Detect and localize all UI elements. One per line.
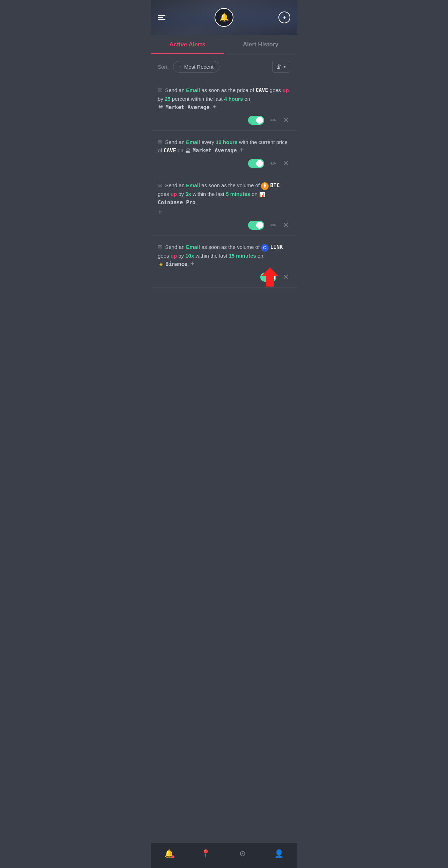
alert-2-delete-button[interactable]: ✕ — [283, 159, 289, 168]
alert-text-4: ✉ Send an Email as soon as the volume of… — [158, 243, 290, 268]
alert-3-exchange: Coinbase Pro — [158, 199, 195, 206]
app-header: 🔔 + — [151, 0, 297, 35]
alert-3-edit-button[interactable]: ✏ — [270, 221, 276, 229]
alert-1-exchange: Market Average — [165, 104, 209, 111]
sort-label: Sort: — [158, 64, 169, 70]
alert-card-1: ✉ Send an Email as soon as the price of … — [151, 79, 297, 131]
tab-alert-history[interactable]: Alert History — [224, 35, 297, 54]
alert-1-edit-button[interactable]: ✏ — [270, 116, 276, 124]
btc-coin-icon: ₿ — [261, 182, 269, 190]
alerts-list: ✉ Send an Email as soon as the price of … — [151, 76, 297, 843]
alert-4-email: Email — [186, 244, 200, 250]
menu-line-3 — [158, 19, 165, 20]
alert-4-direction: up — [171, 253, 177, 259]
alert-1-toggle[interactable] — [248, 116, 264, 125]
alert-3-add-exchange[interactable]: + — [158, 207, 162, 216]
profile-nav-icon: 👤 — [274, 849, 284, 858]
alert-4-amount: 10x — [185, 253, 194, 259]
email-icon-2: ✉ — [158, 139, 162, 145]
alert-3-delete-button[interactable]: ✕ — [283, 221, 289, 230]
alert-4-coin: LINK — [270, 244, 283, 250]
email-icon-4: ✉ — [158, 244, 162, 250]
alert-2-add-exchange[interactable]: + — [240, 146, 244, 154]
alert-card-3: ✉ Send an Email as soon as the volume of… — [151, 174, 297, 236]
nav-map[interactable]: 📍 — [187, 846, 224, 861]
tab-bar: Active Alerts Alert History — [151, 35, 297, 54]
market-avg-icon-2: 🏛 — [185, 148, 191, 154]
alert-text-3: ✉ Send an Email as soon as the volume of… — [158, 181, 290, 207]
alert-1-coin: CAVE — [256, 87, 268, 93]
sort-dropdown[interactable]: ↑ Most Recent — [173, 61, 219, 73]
alert-1-email: Email — [186, 87, 200, 93]
alert-2-toggle[interactable] — [248, 159, 264, 168]
nav-profile[interactable]: 👤 — [261, 846, 297, 861]
sort-current-value: Most Recent — [184, 64, 214, 70]
email-icon-3: ✉ — [158, 182, 162, 188]
alert-1-time: 4 hours — [224, 96, 243, 102]
alert-4-controls: ✕ — [158, 268, 290, 284]
alert-3-time: 5 minutes — [226, 191, 250, 197]
alert-2-coin: CAVE — [164, 147, 176, 154]
sort-up-arrow-icon: ↑ — [179, 64, 181, 69]
alert-2-controls: ✏ ✕ — [158, 155, 290, 170]
nav-alerts[interactable]: 🔔 — [151, 846, 187, 861]
alert-2-edit-button[interactable]: ✏ — [270, 159, 276, 168]
map-nav-icon: 📍 — [201, 849, 210, 858]
alert-1-add-exchange[interactable]: + — [212, 103, 217, 111]
alert-3-amount: 5x — [185, 191, 191, 197]
alert-3-email: Email — [186, 182, 200, 188]
alert-card-4: ✉ Send an Email as soon as the volume of… — [151, 236, 297, 288]
bell-icon: 🔔 — [219, 13, 229, 22]
alert-4-exchange: Binance — [165, 261, 187, 267]
alert-3-toggle[interactable] — [248, 221, 264, 230]
binance-icon: ◈ — [158, 261, 164, 268]
sort-bar: Sort: ↑ Most Recent 🗑 ▼ — [151, 54, 297, 76]
alert-text-2: ✉ Send an Email every 12 hours with the … — [158, 138, 290, 155]
alert-3-direction: up — [171, 191, 177, 197]
plus-icon: + — [282, 14, 286, 21]
alert-3-controls: ✏ ✕ — [158, 216, 290, 232]
alert-2-exchange: Market Average — [193, 147, 237, 154]
tab-active-alerts[interactable]: Active Alerts — [151, 35, 224, 54]
menu-line-2 — [158, 17, 163, 18]
alert-4-time: 15 minutes — [229, 253, 256, 259]
chevron-down-icon: ▼ — [283, 65, 286, 69]
alert-4-delete-button[interactable]: ✕ — [283, 273, 289, 282]
alert-1-direction: up — [283, 87, 289, 93]
alert-3-coin: BTC — [270, 182, 280, 189]
delete-button[interactable]: 🗑 ▼ — [272, 61, 290, 73]
alert-card-2: ✉ Send an Email every 12 hours with the … — [151, 131, 297, 174]
app-logo: 🔔 — [215, 8, 233, 27]
more-nav-icon: ⊙ — [239, 849, 246, 858]
alert-4-add-exchange[interactable]: + — [191, 260, 195, 267]
nav-more[interactable]: ⊙ — [224, 846, 261, 861]
menu-line-1 — [158, 15, 165, 16]
bottom-navigation: 🔔 📍 ⊙ 👤 — [151, 843, 297, 868]
menu-button[interactable] — [158, 15, 165, 20]
alert-1-amount: 25 — [165, 96, 171, 102]
alert-text-1: ✉ Send an Email as soon as the price of … — [158, 86, 290, 112]
coinbase-icon: 📊 — [259, 191, 265, 198]
trash-icon: 🗑 — [276, 63, 282, 70]
alert-2-interval: 12 hours — [216, 139, 238, 145]
alert-1-delete-button[interactable]: ✕ — [283, 116, 289, 125]
add-alert-button[interactable]: + — [278, 12, 290, 23]
market-avg-icon-1: 🏛 — [158, 105, 164, 111]
alert-1-controls: ✏ ✕ — [158, 112, 290, 127]
alerts-nav-icon: 🔔 — [164, 849, 174, 858]
link-coin-icon: ⬡ — [261, 244, 269, 252]
alert-2-email: Email — [186, 139, 200, 145]
alert-4-toggle[interactable] — [260, 273, 276, 282]
email-icon-1: ✉ — [158, 87, 162, 93]
